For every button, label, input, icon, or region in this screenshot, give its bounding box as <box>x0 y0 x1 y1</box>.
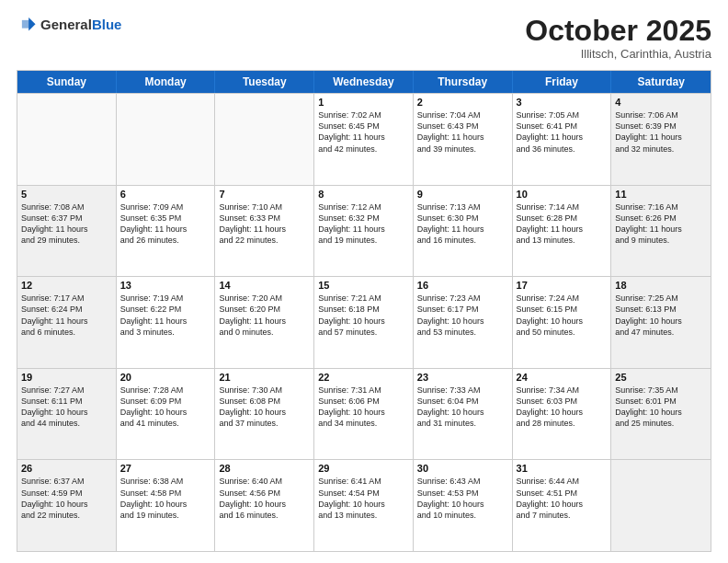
calendar-day-19: 19Sunrise: 7:27 AM Sunset: 6:11 PM Dayli… <box>17 369 117 460</box>
svg-marker-2 <box>22 20 30 29</box>
location-subtitle: Illitsch, Carinthia, Austria <box>525 47 711 61</box>
day-info: Sunrise: 7:09 AM Sunset: 6:35 PM Dayligh… <box>120 201 211 247</box>
day-info: Sunrise: 6:37 AM Sunset: 4:59 PM Dayligh… <box>21 476 112 521</box>
day-info: Sunrise: 7:14 AM Sunset: 6:28 PM Dayligh… <box>517 201 608 247</box>
day-number: 23 <box>417 372 508 383</box>
day-number: 3 <box>517 97 608 108</box>
day-number: 12 <box>21 280 112 291</box>
calendar-day-30: 30Sunrise: 6:43 AM Sunset: 4:53 PM Dayli… <box>414 460 513 551</box>
day-number: 1 <box>318 97 409 108</box>
calendar-body: 1Sunrise: 7:02 AM Sunset: 6:45 PM Daylig… <box>17 93 711 551</box>
calendar-header-row: SundayMondayTuesdayWednesdayThursdayFrid… <box>17 71 711 93</box>
calendar-day-11: 11Sunrise: 7:16 AM Sunset: 6:26 PM Dayli… <box>611 186 711 277</box>
day-info: Sunrise: 7:05 AM Sunset: 6:41 PM Dayligh… <box>517 109 608 155</box>
day-number: 13 <box>120 280 211 291</box>
calendar-week-4: 19Sunrise: 7:27 AM Sunset: 6:11 PM Dayli… <box>17 368 711 460</box>
calendar-day-25: 25Sunrise: 7:35 AM Sunset: 6:01 PM Dayli… <box>611 369 711 460</box>
day-info: Sunrise: 6:38 AM Sunset: 4:58 PM Dayligh… <box>120 476 211 521</box>
day-info: Sunrise: 7:20 AM Sunset: 6:20 PM Dayligh… <box>219 293 310 338</box>
calendar-week-3: 12Sunrise: 7:17 AM Sunset: 6:24 PM Dayli… <box>17 276 711 368</box>
day-info: Sunrise: 7:31 AM Sunset: 6:06 PM Dayligh… <box>318 385 409 430</box>
header-day-thursday: Thursday <box>414 71 513 93</box>
calendar-day-9: 9Sunrise: 7:13 AM Sunset: 6:30 PM Daylig… <box>414 186 513 277</box>
day-number: 30 <box>417 463 508 474</box>
day-info: Sunrise: 7:04 AM Sunset: 6:43 PM Dayligh… <box>417 109 508 155</box>
day-number: 26 <box>21 463 112 474</box>
day-number: 10 <box>517 189 608 200</box>
day-number: 15 <box>318 280 409 291</box>
day-number: 8 <box>318 189 409 200</box>
day-info: Sunrise: 7:35 AM Sunset: 6:01 PM Dayligh… <box>615 385 707 430</box>
day-number: 27 <box>120 463 211 474</box>
day-info: Sunrise: 6:41 AM Sunset: 4:54 PM Dayligh… <box>318 476 409 521</box>
day-info: Sunrise: 7:19 AM Sunset: 6:22 PM Dayligh… <box>120 293 211 338</box>
calendar-day-31: 31Sunrise: 6:44 AM Sunset: 4:51 PM Dayli… <box>513 460 612 551</box>
header-day-wednesday: Wednesday <box>314 71 414 93</box>
calendar-day-23: 23Sunrise: 7:33 AM Sunset: 6:04 PM Dayli… <box>414 369 513 460</box>
calendar-day-empty <box>611 460 711 551</box>
day-info: Sunrise: 7:30 AM Sunset: 6:08 PM Dayligh… <box>219 385 310 430</box>
header: GeneralBlue October 2025 Illitsch, Carin… <box>17 15 711 61</box>
calendar-day-1: 1Sunrise: 7:02 AM Sunset: 6:45 PM Daylig… <box>314 94 414 185</box>
day-number: 5 <box>21 189 112 200</box>
day-number: 14 <box>219 280 310 291</box>
calendar-day-17: 17Sunrise: 7:24 AM Sunset: 6:15 PM Dayli… <box>513 277 612 368</box>
day-info: Sunrise: 7:17 AM Sunset: 6:24 PM Dayligh… <box>21 293 112 338</box>
calendar-day-18: 18Sunrise: 7:25 AM Sunset: 6:13 PM Dayli… <box>611 277 711 368</box>
header-day-monday: Monday <box>117 71 216 93</box>
day-info: Sunrise: 7:25 AM Sunset: 6:13 PM Dayligh… <box>615 293 707 338</box>
day-number: 18 <box>615 280 707 291</box>
day-info: Sunrise: 7:34 AM Sunset: 6:03 PM Dayligh… <box>517 385 608 430</box>
calendar-day-15: 15Sunrise: 7:21 AM Sunset: 6:18 PM Dayli… <box>314 277 414 368</box>
calendar-day-4: 4Sunrise: 7:06 AM Sunset: 6:39 PM Daylig… <box>611 94 711 185</box>
day-number: 21 <box>219 372 310 383</box>
day-info: Sunrise: 7:02 AM Sunset: 6:45 PM Dayligh… <box>318 109 409 155</box>
day-info: Sunrise: 7:21 AM Sunset: 6:18 PM Dayligh… <box>318 293 409 338</box>
day-number: 2 <box>417 97 508 108</box>
calendar-day-27: 27Sunrise: 6:38 AM Sunset: 4:58 PM Dayli… <box>117 460 216 551</box>
calendar-day-28: 28Sunrise: 6:40 AM Sunset: 4:56 PM Dayli… <box>215 460 314 551</box>
page: GeneralBlue October 2025 Illitsch, Carin… <box>0 0 728 563</box>
calendar-day-5: 5Sunrise: 7:08 AM Sunset: 6:37 PM Daylig… <box>17 186 117 277</box>
day-number: 17 <box>517 280 608 291</box>
day-number: 4 <box>615 97 707 108</box>
day-number: 24 <box>517 372 608 383</box>
day-number: 16 <box>417 280 508 291</box>
day-info: Sunrise: 7:13 AM Sunset: 6:30 PM Dayligh… <box>417 201 508 247</box>
day-number: 7 <box>219 189 310 200</box>
calendar-day-3: 3Sunrise: 7:05 AM Sunset: 6:41 PM Daylig… <box>513 94 612 185</box>
header-day-tuesday: Tuesday <box>215 71 314 93</box>
calendar-day-22: 22Sunrise: 7:31 AM Sunset: 6:06 PM Dayli… <box>314 369 414 460</box>
header-day-friday: Friday <box>513 71 612 93</box>
general-blue-icon <box>17 15 37 35</box>
day-info: Sunrise: 6:43 AM Sunset: 4:53 PM Dayligh… <box>417 476 508 521</box>
calendar-day-14: 14Sunrise: 7:20 AM Sunset: 6:20 PM Dayli… <box>215 277 314 368</box>
day-info: Sunrise: 6:40 AM Sunset: 4:56 PM Dayligh… <box>219 476 310 521</box>
day-number: 9 <box>417 189 508 200</box>
day-info: Sunrise: 7:33 AM Sunset: 6:04 PM Dayligh… <box>417 385 508 430</box>
day-number: 31 <box>517 463 608 474</box>
header-day-saturday: Saturday <box>611 71 711 93</box>
calendar-day-10: 10Sunrise: 7:14 AM Sunset: 6:28 PM Dayli… <box>513 186 612 277</box>
calendar-day-13: 13Sunrise: 7:19 AM Sunset: 6:22 PM Dayli… <box>117 277 216 368</box>
calendar: SundayMondayTuesdayWednesdayThursdayFrid… <box>17 70 711 552</box>
day-info: Sunrise: 7:06 AM Sunset: 6:39 PM Dayligh… <box>615 109 707 155</box>
calendar-day-26: 26Sunrise: 6:37 AM Sunset: 4:59 PM Dayli… <box>17 460 117 551</box>
day-info: Sunrise: 7:28 AM Sunset: 6:09 PM Dayligh… <box>120 385 211 430</box>
calendar-day-21: 21Sunrise: 7:30 AM Sunset: 6:08 PM Dayli… <box>215 369 314 460</box>
calendar-day-20: 20Sunrise: 7:28 AM Sunset: 6:09 PM Dayli… <box>117 369 216 460</box>
day-info: Sunrise: 7:08 AM Sunset: 6:37 PM Dayligh… <box>21 201 112 247</box>
month-title: October 2025 <box>525 15 711 47</box>
calendar-day-empty <box>17 94 117 185</box>
day-info: Sunrise: 7:12 AM Sunset: 6:32 PM Dayligh… <box>318 201 409 247</box>
day-number: 22 <box>318 372 409 383</box>
calendar-day-6: 6Sunrise: 7:09 AM Sunset: 6:35 PM Daylig… <box>117 186 216 277</box>
calendar-day-7: 7Sunrise: 7:10 AM Sunset: 6:33 PM Daylig… <box>215 186 314 277</box>
calendar-week-1: 1Sunrise: 7:02 AM Sunset: 6:45 PM Daylig… <box>17 93 711 185</box>
calendar-day-16: 16Sunrise: 7:23 AM Sunset: 6:17 PM Dayli… <box>414 277 513 368</box>
day-number: 29 <box>318 463 409 474</box>
header-day-sunday: Sunday <box>17 71 117 93</box>
day-info: Sunrise: 7:23 AM Sunset: 6:17 PM Dayligh… <box>417 293 508 338</box>
calendar-day-2: 2Sunrise: 7:04 AM Sunset: 6:43 PM Daylig… <box>414 94 513 185</box>
calendar-day-29: 29Sunrise: 6:41 AM Sunset: 4:54 PM Dayli… <box>314 460 414 551</box>
